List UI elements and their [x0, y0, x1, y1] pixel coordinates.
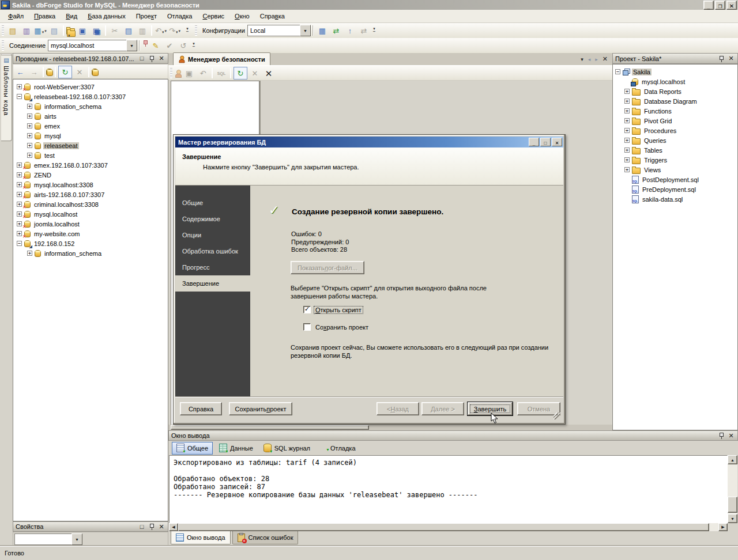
- document-horizontal-scrollbar[interactable]: [168, 425, 612, 430]
- expand-toggle-icon[interactable]: +: [27, 123, 32, 128]
- undo-icon[interactable]: ↶: [197, 67, 209, 79]
- expand-toggle-icon[interactable]: +: [624, 138, 630, 143]
- close-icon[interactable]: ✕: [157, 523, 165, 531]
- chevron-down-icon[interactable]: ▼: [300, 25, 311, 36]
- close-button[interactable]: ✕: [726, 1, 737, 10]
- undo-icon[interactable]: ↶: [155, 25, 167, 36]
- sql-icon[interactable]: SQL: [215, 67, 228, 79]
- expand-toggle-icon[interactable]: +: [624, 147, 630, 153]
- expand-toggle-icon[interactable]: +: [17, 162, 22, 168]
- new-object-icon[interactable]: ▦: [34, 25, 47, 36]
- menu-item[interactable]: Файл: [3, 11, 28, 21]
- scroll-right-icon[interactable]: ▶: [718, 523, 728, 531]
- chevron-down-icon[interactable]: ▼: [71, 533, 82, 545]
- expand-toggle-icon[interactable]: +: [17, 221, 22, 226]
- checkbox-checked-icon[interactable]: [303, 306, 311, 313]
- properties-object-select[interactable]: ▼: [14, 533, 82, 545]
- scroll-up-icon[interactable]: ▲: [728, 455, 737, 464]
- expand-toggle-icon[interactable]: +: [17, 182, 22, 187]
- tab-list-icon[interactable]: ▾: [581, 56, 583, 62]
- delete-icon[interactable]: ✕: [73, 66, 86, 78]
- tree-item[interactable]: + Functions: [613, 106, 737, 116]
- menu-item[interactable]: Проект: [131, 11, 161, 21]
- wizard-step[interactable]: Содержимое: [175, 211, 250, 227]
- tree-item[interactable]: + Views: [613, 165, 737, 175]
- tree-item[interactable]: + Database Diagram: [613, 96, 737, 106]
- scroll-tabs-right-icon[interactable]: ▸: [595, 56, 598, 62]
- minimize-button[interactable]: _: [703, 1, 714, 10]
- wizard-step[interactable]: Прогресс: [175, 259, 250, 275]
- scrollbar-thumb[interactable]: [171, 425, 369, 430]
- expand-toggle-icon[interactable]: +: [27, 113, 32, 119]
- new-user-icon[interactable]: [175, 70, 182, 77]
- cancel-icon[interactable]: ✕: [248, 67, 261, 79]
- copy-icon[interactable]: ▤: [122, 25, 135, 36]
- tree-item[interactable]: + emex.192.168.0.107:3307: [13, 160, 168, 170]
- close-icon[interactable]: ✕: [727, 55, 735, 62]
- tree-item[interactable]: + information_schema: [13, 101, 168, 111]
- scrollbar-thumb[interactable]: [178, 523, 709, 531]
- expand-toggle-icon[interactable]: +: [27, 133, 32, 138]
- forward-icon[interactable]: →: [28, 66, 40, 78]
- new-document-icon[interactable]: ▤: [48, 25, 61, 36]
- output-vertical-scrollbar[interactable]: ▲ ▼: [728, 455, 737, 523]
- minimize-button[interactable]: _: [529, 138, 539, 146]
- tree-item[interactable]: + Data Reports: [613, 86, 737, 96]
- tree-item[interactable]: + airts: [13, 111, 168, 121]
- connection-select[interactable]: mysql.localhost ▼: [48, 40, 137, 51]
- tree-item[interactable]: + mysql.localhost:3308: [13, 180, 168, 190]
- tree-item[interactable]: − 192.168.0.152: [13, 239, 168, 248]
- open-script-checkbox[interactable]: Открыть скрипт: [303, 306, 363, 313]
- open-file-icon[interactable]: [66, 28, 75, 35]
- output-console[interactable]: Экспортировано из таблицы: tarif (4 запи…: [169, 455, 728, 523]
- menu-item[interactable]: Вид: [61, 11, 82, 21]
- pin-icon[interactable]: [717, 432, 725, 440]
- output-tab-sql-log[interactable]: SQL журнал: [259, 442, 314, 454]
- new-connection-icon[interactable]: [46, 69, 52, 75]
- save-icon[interactable]: ▣: [76, 25, 89, 36]
- toolbar-grip[interactable]: [170, 68, 172, 78]
- tree-item[interactable]: mysql.localhost: [613, 77, 737, 86]
- expand-toggle-icon[interactable]: −: [17, 94, 22, 99]
- resize-grip[interactable]: [554, 413, 560, 419]
- tree-item[interactable]: + Triggers: [613, 155, 737, 165]
- menu-item[interactable]: Отладка: [163, 11, 197, 21]
- expand-toggle-icon[interactable]: [624, 177, 630, 182]
- schema-sync-icon[interactable]: ⇄: [330, 25, 342, 36]
- checkbox-unchecked-icon[interactable]: [303, 323, 311, 331]
- upload-schema-icon[interactable]: ↑: [344, 25, 356, 36]
- pin-icon[interactable]: [148, 55, 156, 62]
- expand-toggle-icon[interactable]: +: [27, 143, 32, 148]
- expand-toggle-icon[interactable]: +: [27, 153, 32, 158]
- tree-item[interactable]: + Pivot Grid: [613, 116, 737, 126]
- scroll-left-icon[interactable]: ◀: [169, 523, 178, 531]
- cut-icon[interactable]: ✂: [108, 25, 121, 36]
- paste-icon[interactable]: ▥: [136, 25, 149, 36]
- configuration-select[interactable]: Local ▼: [247, 25, 311, 36]
- tree-item[interactable]: + Queries: [613, 135, 737, 145]
- tree-item[interactable]: − Sakila: [613, 67, 737, 77]
- tree-item[interactable]: − releasebeat-192.168.0.107:3307: [13, 92, 168, 101]
- maximize-button[interactable]: □: [540, 138, 551, 146]
- show-log-button[interactable]: Показать лог-файл...: [291, 261, 364, 274]
- expand-toggle-icon[interactable]: +: [624, 108, 630, 113]
- toolbar-overflow-icon[interactable]: ▾▔: [371, 25, 378, 36]
- pin-connection-icon[interactable]: [142, 40, 148, 47]
- menu-item[interactable]: Справка: [255, 11, 289, 21]
- toolbar-grip[interactable]: [2, 40, 4, 51]
- expand-toggle-icon[interactable]: +: [624, 167, 630, 172]
- output-tab-general[interactable]: Общее: [172, 442, 213, 455]
- close-manager-icon[interactable]: ✕: [262, 67, 275, 79]
- close-document-icon[interactable]: ✕: [603, 55, 608, 63]
- chevron-down-icon[interactable]: ▼: [126, 40, 137, 51]
- edit-connection-icon[interactable]: ✎: [149, 40, 162, 51]
- expand-toggle-icon[interactable]: +: [624, 128, 630, 133]
- tree-item[interactable]: + joomla.localhost: [13, 219, 168, 229]
- tree-item[interactable]: + criminal.localhost:3308: [13, 199, 168, 209]
- tree-item[interactable]: + Tables: [613, 145, 737, 155]
- back-button[interactable]: < Назад: [376, 402, 419, 415]
- expand-toggle-icon[interactable]: −: [17, 241, 22, 246]
- save-project-checkbox[interactable]: Сохранить проект: [303, 323, 370, 331]
- expand-toggle-icon[interactable]: [624, 196, 630, 202]
- menu-item[interactable]: Правка: [29, 11, 60, 21]
